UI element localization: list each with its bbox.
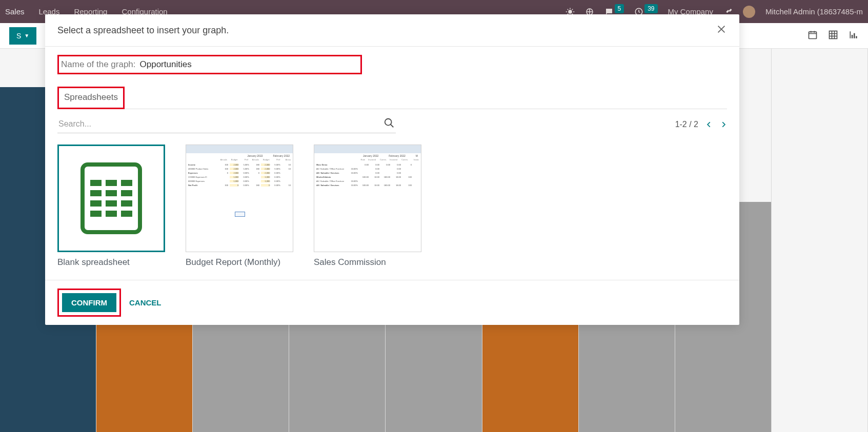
tab-underline [57,109,727,109]
cancel-button[interactable]: CANCEL [129,298,162,307]
search-input[interactable] [58,119,383,129]
spreadsheet-icon [80,162,142,234]
insert-spreadsheet-modal: Select a spreadsheet to insert your grap… [45,14,739,325]
card-label-commission: Sales Commission [314,257,421,268]
pager-text: 1-2 / 2 [675,120,698,129]
search-pager-row: 1-2 / 2 [57,115,727,133]
spreadsheet-cards: Blank spreadsheet January 2022 February … [57,145,727,268]
graph-name-label: Name of the graph: [61,59,136,70]
thumb-commission: January 2022 February 2022 M Rate Invoic… [314,145,421,252]
graph-name-value[interactable]: Opportunities [140,59,192,70]
thumb-budget: January 2022 February 2022 Actuals Budge… [186,145,293,252]
modal-title: Select a spreadsheet to insert your grap… [57,25,229,36]
confirm-button[interactable]: CONFIRM [62,293,116,312]
modal-header: Select a spreadsheet to insert your grap… [45,14,739,47]
card-label-budget: Budget Report (Monthly) [186,257,293,268]
modal-footer: CONFIRM CANCEL [45,280,739,325]
tab-spreadsheets[interactable]: Spreadsheets [57,87,125,109]
card-sales-commission[interactable]: January 2022 February 2022 M Rate Invoic… [314,145,421,268]
confirm-highlight: CONFIRM [57,289,121,317]
tabs: Spreadsheets [57,87,727,109]
close-icon[interactable] [716,24,727,37]
card-label-blank: Blank spreadsheet [57,257,165,268]
pager: 1-2 / 2 [675,119,727,130]
pager-next-icon[interactable] [720,119,727,130]
card-blank-spreadsheet[interactable]: Blank spreadsheet [57,145,165,268]
graph-name-field: Name of the graph: Opportunities [57,55,362,74]
search-box [57,115,396,133]
card-budget-report[interactable]: January 2022 February 2022 Actuals Budge… [186,145,293,268]
svg-point-5 [385,119,392,126]
pager-prev-icon[interactable] [705,119,713,130]
thumb-blank [57,145,165,252]
search-icon[interactable] [383,117,395,131]
modal-body: Name of the graph: Opportunities Spreads… [45,47,739,280]
